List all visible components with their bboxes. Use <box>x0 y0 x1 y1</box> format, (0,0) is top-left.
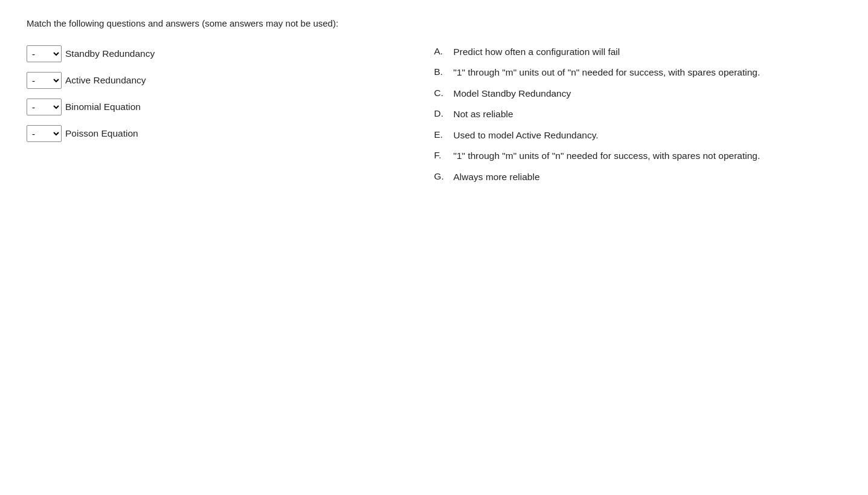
answer-row-4: D.Not as reliable <box>434 108 842 121</box>
question-label-4: Poisson Equation <box>65 128 138 139</box>
answer-text-4: Not as reliable <box>454 108 513 121</box>
answer-row-2: B."1" through "m" units out of "n" neede… <box>434 66 842 79</box>
answer-row-7: G.Always more reliable <box>434 170 842 184</box>
answers-column: A.Predict how often a configuration will… <box>434 43 842 184</box>
instructions-text: Match the following questions and answer… <box>27 18 841 28</box>
answer-text-3: Model Standby Redundancy <box>454 87 571 100</box>
answer-letter-4: D. <box>434 108 454 121</box>
answer-letter-5: E. <box>434 129 454 142</box>
question-label-2: Active Redundancy <box>65 75 146 86</box>
answer-letter-2: B. <box>434 66 454 79</box>
answer-row-5: E. Used to model Active Redundancy. <box>434 129 842 142</box>
questions-column: -ABCDEFGStandby Redundancy-ABCDEFGActive… <box>27 43 434 184</box>
answer-row-6: F."1" through "m" units of "n" needed fo… <box>434 149 842 163</box>
question-row-3: -ABCDEFGBinomial Equation <box>27 99 434 115</box>
answer-text-1: Predict how often a configuration will f… <box>454 45 620 59</box>
answer-row-3: C.Model Standby Redundancy <box>434 87 842 100</box>
answer-text-6: "1" through "m" units of "n" needed for … <box>454 149 760 163</box>
question-row-4: -ABCDEFGPoisson Equation <box>27 125 434 142</box>
answer-text-5: Used to model Active Redundancy. <box>454 129 599 142</box>
answer-letter-1: A. <box>434 45 454 59</box>
answer-select-3[interactable]: -ABCDEFG <box>27 99 62 115</box>
answer-text-7: Always more reliable <box>454 170 540 184</box>
answer-text-2: "1" through "m" units out of "n" needed … <box>454 66 760 79</box>
answer-letter-6: F. <box>434 149 454 163</box>
answer-select-2[interactable]: -ABCDEFG <box>27 72 62 89</box>
answer-row-1: A.Predict how often a configuration will… <box>434 45 842 59</box>
answer-letter-3: C. <box>434 87 454 100</box>
answer-select-1[interactable]: -ABCDEFG <box>27 45 62 62</box>
question-row-1: -ABCDEFGStandby Redundancy <box>27 45 434 62</box>
answer-letter-7: G. <box>434 170 454 184</box>
main-layout: -ABCDEFGStandby Redundancy-ABCDEFGActive… <box>27 43 841 184</box>
answer-select-4[interactable]: -ABCDEFG <box>27 125 62 142</box>
question-row-2: -ABCDEFGActive Redundancy <box>27 72 434 89</box>
question-label-1: Standby Redundancy <box>65 48 155 59</box>
question-label-3: Binomial Equation <box>65 102 141 112</box>
